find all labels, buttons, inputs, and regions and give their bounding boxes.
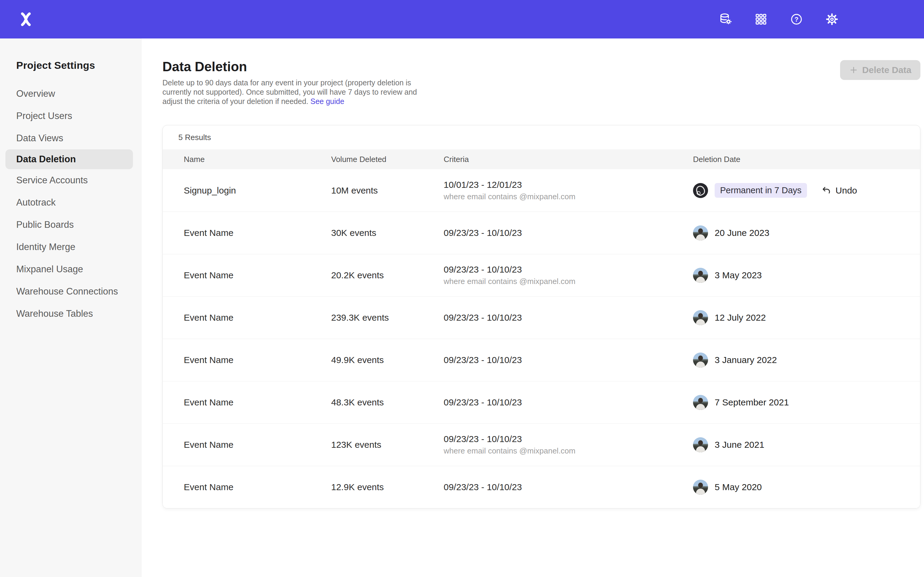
sidebar-item-public-boards[interactable]: Public Boards — [0, 214, 141, 236]
criteria-date-range: 09/23/23 - 10/10/23 — [444, 397, 693, 408]
volume-deleted-cell: 239.3K events — [331, 313, 444, 323]
event-name-cell: Event Name — [184, 355, 331, 365]
volume-deleted-cell: 12.9K events — [331, 482, 444, 492]
table-row: Event Name 123K events 09/23/23 - 10/10/… — [163, 424, 920, 466]
sidebar-item-project-users[interactable]: Project Users — [0, 105, 141, 127]
deletion-date-text: 12 July 2022 — [715, 313, 766, 323]
deletion-date-cell: Permanent in 7 Days Undo — [693, 183, 908, 198]
deletion-date-cell: 7 September 2021 — [693, 395, 908, 410]
criteria-date-range: 09/23/23 - 10/10/23 — [444, 434, 693, 444]
data-management-button[interactable] — [719, 12, 732, 26]
sidebar-item-label: Public Boards — [16, 219, 74, 230]
sidebar-item-label: Data Deletion — [16, 154, 76, 165]
delete-data-button-label: Delete Data — [863, 65, 911, 75]
sidebar: Project Settings Overview Project Users … — [0, 39, 141, 577]
table-row: Event Name 20.2K events 09/23/23 - 10/10… — [163, 254, 920, 296]
deletion-date-text: 5 May 2020 — [715, 482, 762, 492]
criteria-date-range: 10/01/23 - 12/01/23 — [444, 180, 693, 190]
page-description-text: Delete up to 90 days data for any event … — [162, 79, 417, 105]
event-name-cell: Signup_login — [184, 185, 331, 196]
help-button[interactable]: ? — [790, 12, 803, 26]
gear-icon — [825, 12, 839, 26]
help-icon: ? — [790, 13, 803, 26]
deletion-date-text: 20 June 2023 — [715, 228, 769, 238]
event-name-cell: Event Name — [184, 228, 331, 238]
table-header: Name Volume Deleted Criteria Deletion Da… — [163, 149, 920, 169]
database-gear-icon — [719, 12, 732, 26]
sidebar-item-service-accounts[interactable]: Service Accounts — [0, 169, 141, 192]
sidebar-item-label: Identity Merge — [16, 242, 75, 253]
sidebar-item-label: Warehouse Tables — [16, 308, 93, 319]
criteria-date-range: 09/23/23 - 10/10/23 — [444, 313, 693, 323]
deletion-date-cell: 3 January 2022 — [693, 353, 908, 367]
table-body: Signup_login 10M events 10/01/23 - 12/01… — [163, 169, 920, 508]
criteria-date-range: 09/23/23 - 10/10/23 — [444, 355, 693, 365]
sidebar-item-identity-merge[interactable]: Identity Merge — [0, 236, 141, 258]
plus-icon — [849, 66, 858, 74]
deletion-date-cell: 3 June 2021 — [693, 437, 908, 452]
deletion-date-cell: 3 May 2023 — [693, 268, 908, 283]
see-guide-link[interactable]: See guide — [310, 97, 344, 105]
topbar-icon-group: ? — [719, 0, 839, 39]
event-name-cell: Event Name — [184, 313, 331, 323]
person-photo-avatar — [693, 480, 708, 495]
deletion-date-text: 3 January 2022 — [715, 355, 777, 365]
deletion-date-text: 3 May 2023 — [715, 270, 762, 280]
table-row: Signup_login 10M events 10/01/23 - 12/01… — [163, 169, 920, 211]
dark-logo-avatar — [693, 183, 708, 198]
sidebar-item-label: Mixpanel Usage — [16, 264, 83, 275]
person-photo-avatar — [693, 226, 708, 240]
sidebar-item-warehouse-tables[interactable]: Warehouse Tables — [0, 303, 141, 325]
top-navigation-bar: ? — [0, 0, 924, 39]
sidebar-item-label: Data Views — [16, 133, 63, 143]
undo-button[interactable]: Undo — [821, 185, 857, 196]
deletion-date-text: 7 September 2021 — [715, 397, 789, 408]
column-header-volume-deleted: Volume Deleted — [331, 155, 444, 164]
page-title: Data Deletion — [162, 59, 921, 74]
sidebar-item-data-deletion[interactable]: Data Deletion — [5, 149, 133, 169]
volume-deleted-cell: 48.3K events — [331, 397, 444, 408]
criteria-cell: 09/23/23 - 10/10/23 — [444, 482, 693, 492]
criteria-date-range: 09/23/23 - 10/10/23 — [444, 228, 693, 238]
delete-data-button[interactable]: Delete Data — [840, 60, 921, 80]
sidebar-item-label: Service Accounts — [16, 175, 88, 186]
deletion-date-cell: 12 July 2022 — [693, 310, 908, 325]
sidebar-item-autotrack[interactable]: Autotrack — [0, 192, 141, 214]
sidebar-item-label: Warehouse Connections — [16, 286, 118, 297]
event-name-cell: Event Name — [184, 397, 331, 408]
volume-deleted-cell: 20.2K events — [331, 270, 444, 280]
sidebar-item-label: Overview — [16, 89, 55, 99]
criteria-cell: 09/23/23 - 10/10/23 — [444, 355, 693, 365]
deletion-date-cell: 5 May 2020 — [693, 480, 908, 495]
sidebar-item-data-views[interactable]: Data Views — [0, 127, 141, 149]
settings-button[interactable] — [825, 12, 839, 26]
table-row: Event Name 239.3K events 09/23/23 - 10/1… — [163, 296, 920, 339]
criteria-condition: where email contains @mixpanel.com — [444, 277, 693, 286]
deletion-date-text: 3 June 2021 — [715, 440, 764, 450]
table-row: Event Name 12.9K events 09/23/23 - 10/10… — [163, 466, 920, 508]
column-header-criteria: Criteria — [444, 155, 693, 164]
column-header-name: Name — [184, 155, 331, 164]
criteria-cell: 09/23/23 - 10/10/23 — [444, 313, 693, 323]
person-photo-avatar — [693, 395, 708, 410]
event-name-cell: Event Name — [184, 270, 331, 280]
sidebar-item-overview[interactable]: Overview — [0, 83, 141, 105]
criteria-cell: 09/23/23 - 10/10/23 — [444, 228, 693, 238]
event-name-cell: Event Name — [184, 482, 331, 492]
criteria-condition: where email contains @mixpanel.com — [444, 446, 693, 456]
mixpanel-logo[interactable] — [18, 11, 34, 27]
main-content: Data Deletion Delete up to 90 days data … — [141, 39, 924, 577]
mixpanel-x-icon — [18, 11, 34, 27]
criteria-date-range: 09/23/23 - 10/10/23 — [444, 264, 693, 275]
sidebar-item-warehouse-connections[interactable]: Warehouse Connections — [0, 280, 141, 303]
deletion-date-cell: 20 June 2023 — [693, 226, 908, 240]
person-photo-avatar — [693, 268, 708, 283]
grid-icon — [754, 13, 767, 26]
criteria-cell: 10/01/23 - 12/01/23 where email contains… — [444, 180, 693, 201]
criteria-cell: 09/23/23 - 10/10/23 — [444, 397, 693, 408]
table-row: Event Name 30K events 09/23/23 - 10/10/2… — [163, 211, 920, 254]
event-name-cell: Event Name — [184, 440, 331, 450]
status-badge: Permanent in 7 Days — [715, 183, 807, 198]
apps-grid-button[interactable] — [754, 12, 768, 26]
sidebar-item-mixpanel-usage[interactable]: Mixpanel Usage — [0, 258, 141, 280]
